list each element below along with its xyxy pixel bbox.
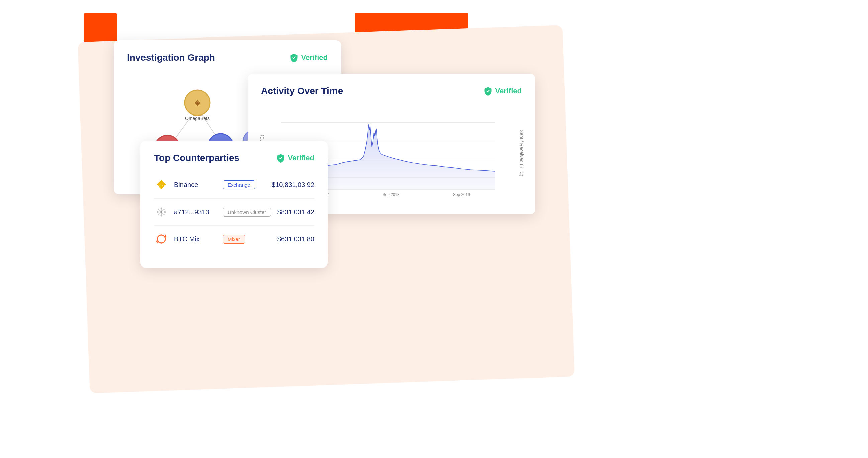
svg-text:Sep 2019: Sep 2019 xyxy=(453,192,470,197)
activity-header: Activity Over Time Verified xyxy=(261,86,522,96)
svg-line-1 xyxy=(197,108,221,143)
svg-point-39 xyxy=(160,215,162,217)
btcmix-amount: $631,031.80 xyxy=(277,235,314,243)
counterparties-card: Top Counterparties Verified xyxy=(141,141,328,268)
a712-amount: $831,031.42 xyxy=(277,208,314,216)
counterparties-title: Top Counterparties xyxy=(154,153,240,163)
a712-tag: Unknown Cluster xyxy=(223,207,271,217)
binance-name: Binance xyxy=(174,181,217,189)
y-right-axis-label: Sent / Received (BTC) xyxy=(519,130,525,176)
svg-point-37 xyxy=(160,211,162,213)
svg-line-53 xyxy=(162,213,163,214)
investigation-title: Investigation Graph xyxy=(127,52,215,63)
investigation-header: Investigation Graph Verified xyxy=(127,52,328,63)
svg-text:Sep 2018: Sep 2018 xyxy=(383,192,400,197)
activity-shield-icon xyxy=(483,86,493,96)
activity-verified-label: Verified xyxy=(495,87,522,95)
mixer-icon xyxy=(154,232,168,247)
svg-point-41 xyxy=(164,211,166,213)
btcmix-name: BTC Mix xyxy=(174,235,217,243)
activity-verified: Verified xyxy=(483,86,522,96)
binance-amount: $10,831,03.92 xyxy=(272,181,314,189)
svg-line-51 xyxy=(162,210,163,211)
cp-shield-icon xyxy=(276,153,285,163)
investigation-verified: Verified xyxy=(289,53,328,62)
svg-point-42 xyxy=(158,208,159,210)
svg-point-5 xyxy=(185,90,210,115)
svg-point-40 xyxy=(157,211,159,213)
binance-icon xyxy=(154,177,168,192)
cluster-icon xyxy=(154,205,168,219)
svg-point-38 xyxy=(160,207,162,209)
counterparties-verified-label: Verified xyxy=(288,154,314,162)
svg-text:◈: ◈ xyxy=(195,98,200,107)
svg-text:OmegaBets: OmegaBets xyxy=(185,115,210,121)
svg-line-52 xyxy=(159,213,160,214)
activity-title: Activity Over Time xyxy=(261,86,343,96)
counterparty-row-a712[interactable]: a712...9313 Unknown Cluster $831,031.42 xyxy=(154,199,314,226)
svg-point-43 xyxy=(163,208,164,210)
counterparties-verified: Verified xyxy=(276,153,314,163)
counterparty-row-btcmix[interactable]: BTC Mix Mixer $631,031.80 xyxy=(154,226,314,252)
svg-point-45 xyxy=(163,214,164,215)
counterparty-row-binance[interactable]: Binance Exchange $10,831,03.92 xyxy=(154,171,314,199)
a712-name: a712...9313 xyxy=(174,208,217,216)
svg-line-0 xyxy=(170,108,197,145)
svg-point-44 xyxy=(158,214,159,215)
shield-icon xyxy=(289,53,299,62)
btcmix-tag: Mixer xyxy=(223,235,245,244)
counterparties-header: Top Counterparties Verified xyxy=(154,153,314,163)
investigation-verified-label: Verified xyxy=(301,53,328,62)
svg-line-50 xyxy=(159,210,160,211)
binance-tag: Exchange xyxy=(223,180,255,190)
